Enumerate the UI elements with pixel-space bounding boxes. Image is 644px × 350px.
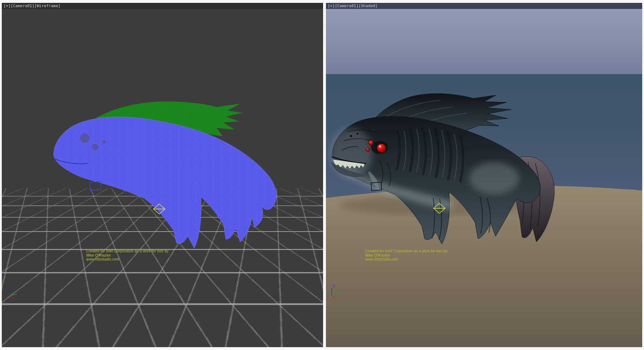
watermark-line: www.fritzstudio.com — [86, 257, 170, 262]
rear-flank-highlight — [469, 162, 519, 194]
watermark: Created for Intel Corporation as a work … — [86, 249, 170, 262]
viewport-label: [+][Camera01][Wireframe] — [4, 4, 60, 8]
wireframe-fish-model[interactable] — [54, 102, 277, 248]
viewport-menu-general[interactable]: [+] — [4, 4, 11, 8]
scene-shaded: z — [326, 3, 642, 347]
viewport-menu-shading[interactable]: [Shaded] — [358, 4, 377, 8]
eye-small — [366, 148, 370, 151]
watermark-line: www.fritzstudio.com — [365, 257, 449, 262]
viewport-menu-shading[interactable]: [Wireframe] — [34, 4, 60, 8]
viewport-menu-general[interactable]: [+] — [328, 4, 335, 8]
viewport-menu-pov[interactable]: [Camera01] — [335, 4, 358, 8]
viewport-menu-pov[interactable]: [Camera01] — [11, 4, 34, 8]
axis-z-label: z — [11, 284, 13, 288]
eye-spot — [80, 133, 89, 143]
box-helper[interactable] — [90, 181, 101, 190]
application-window: [+][Camera01][Wireframe] — [0, 0, 644, 350]
nostril — [350, 135, 352, 137]
watermark: Created for Intel Corporation as a work … — [365, 249, 449, 262]
eye — [377, 144, 386, 153]
watermark-line: Created for Intel Corporation as a work … — [86, 249, 170, 253]
viewport-label: [+][Camera01][Shaded] — [328, 4, 377, 8]
eye-small — [369, 140, 374, 145]
world-axis-gizmo: z — [10, 284, 16, 299]
eye-spot — [92, 144, 98, 150]
eye-spot — [102, 140, 106, 144]
eye-gloss — [379, 145, 381, 147]
watermark-line: Created for Intel Corporation as a work … — [365, 249, 449, 253]
watermark-line: Mike O'Rourke — [86, 253, 170, 258]
scene-wireframe: z — [2, 3, 323, 347]
axis-z-label: z — [333, 284, 335, 288]
nostril — [357, 133, 358, 135]
viewport-wireframe[interactable]: [+][Camera01][Wireframe] — [2, 3, 323, 347]
watermark-line: Mike O'Rourke — [365, 253, 449, 258]
viewport-shaded[interactable]: [+][Camera01][Shaded] — [326, 3, 642, 347]
